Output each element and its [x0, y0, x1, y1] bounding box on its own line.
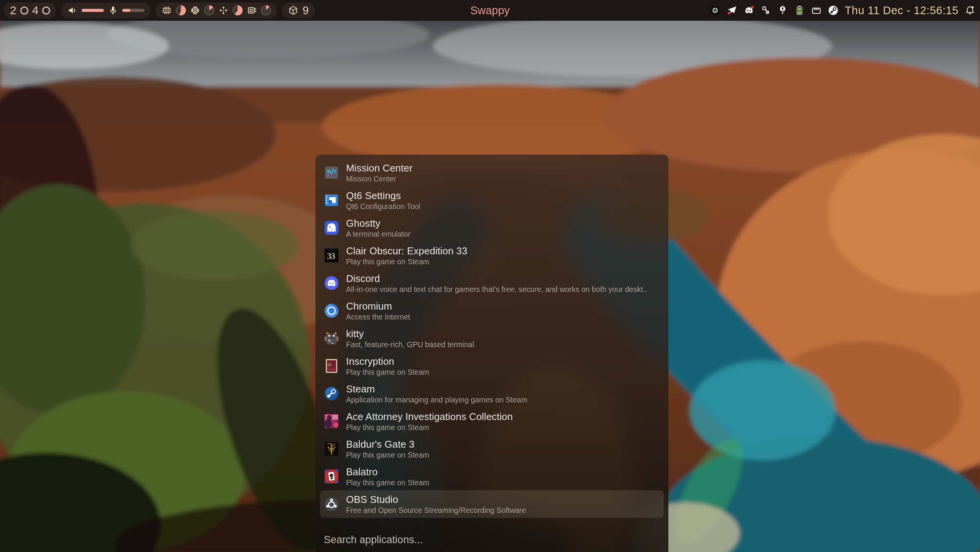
gpu-gamepad-icon	[218, 5, 229, 16]
telegram-icon[interactable]	[727, 5, 737, 16]
app-row[interactable]: Mission Center Mission Center	[320, 159, 664, 186]
clock[interactable]: Thu 11 Dec - 12:56:15	[845, 4, 959, 17]
mic-slider-fill	[122, 9, 130, 12]
app-subtitle: Access the Internet	[346, 312, 410, 322]
workspaces-module[interactable]: 2 4	[4, 2, 56, 18]
app-subtitle: Play this game on Steam	[346, 450, 429, 460]
svg-text:33: 33	[327, 251, 335, 261]
memory-chip-icon	[161, 5, 172, 16]
app-list: Mission Center Mission Center Qt6 Settin…	[320, 159, 664, 518]
workspace-circle-icon[interactable]	[42, 7, 50, 15]
chromium-icon	[324, 303, 339, 318]
desktop: 2 4	[0, 0, 980, 552]
package-box-icon	[288, 5, 299, 16]
app-row[interactable]: Inscryption Play this game on Steam	[320, 352, 664, 380]
cpu-icon	[190, 5, 200, 16]
app-row[interactable]: Ace Attorney Investigations Collection P…	[320, 407, 664, 435]
app-title: Baldur's Gate 3	[346, 438, 429, 450]
inscryption-icon	[324, 358, 339, 374]
app-title: Qt6 Settings	[346, 189, 420, 202]
clair-obscur-icon: 33	[324, 248, 339, 263]
app-subtitle: Play this game on Steam	[346, 478, 429, 488]
discord-icon	[324, 275, 339, 291]
keepassxc-key-icon[interactable]	[760, 5, 771, 16]
ghostty-icon: >_	[324, 220, 339, 236]
app-subtitle: Application for managing and playing gam…	[346, 395, 527, 405]
app-row[interactable]: OBS Studio Free and Open Source Streamin…	[320, 490, 664, 518]
ram-gauge	[261, 5, 271, 15]
updates-module[interactable]: 9	[282, 2, 315, 18]
app-subtitle: Fast, feature-rich, GPU based terminal	[346, 340, 474, 349]
cpu-gauge	[204, 5, 214, 15]
app-row[interactable]: Discord All-in-one voice and text chat f…	[320, 269, 664, 297]
qt6-settings-icon	[324, 193, 339, 208]
svg-text:>_: >_	[328, 338, 334, 344]
baldurs-gate-3-icon	[324, 441, 339, 456]
app-launcher-panel: Mission Center Mission Center Qt6 Settin…	[315, 155, 668, 552]
app-row[interactable]: >_ Ghostty A terminal emulator	[320, 214, 664, 242]
steam-icon	[324, 386, 339, 401]
app-row[interactable]: Steam Application for managing and playi…	[320, 380, 664, 407]
app-subtitle: Play this game on Steam	[346, 257, 467, 267]
workspace-circle-icon[interactable]	[20, 7, 28, 15]
volume-slider[interactable]	[82, 9, 104, 12]
app-title: Ghostty	[346, 217, 410, 229]
mission-center-icon	[324, 165, 339, 180]
app-title: Balatro	[346, 466, 429, 478]
app-title: Inscryption	[346, 355, 429, 367]
app-title: Mission Center	[346, 162, 412, 174]
app-subtitle: Play this game on Steam	[346, 423, 513, 432]
keyring-icon[interactable]	[777, 5, 788, 16]
app-row[interactable]: 33 Clair Obscur: Expedition 33 Play this…	[320, 242, 664, 269]
top-bar: 2 4	[0, 0, 980, 21]
app-subtitle: A terminal emulator	[346, 229, 410, 239]
system-stats-module	[155, 2, 277, 18]
app-title: Ace Attorney Investigations Collection	[346, 410, 513, 423]
app-title: Clair Obscur: Expedition 33	[346, 245, 467, 257]
volume-slider-fill	[82, 9, 104, 12]
ace-attorney-icon	[324, 414, 339, 429]
app-subtitle: Free and Open Source Streaming/Recording…	[346, 506, 526, 515]
speaker-icon[interactable]	[67, 5, 78, 16]
battery-icon[interactable]	[794, 5, 805, 16]
app-title: Discord	[346, 272, 647, 285]
workspace-number[interactable]: 4	[32, 5, 39, 16]
app-title: OBS Studio	[346, 493, 526, 506]
app-row[interactable]: Baldur's Gate 3 Play this game on Steam	[320, 435, 664, 463]
app-subtitle: All-in-one voice and text chat for gamer…	[346, 285, 647, 294]
app-title: kitty	[346, 328, 474, 340]
app-subtitle: Mission Center	[346, 174, 412, 184]
memory-gauge	[176, 5, 186, 15]
app-title: Steam	[346, 383, 527, 395]
svg-text:>_: >_	[329, 225, 334, 229]
steelseries-icon[interactable]	[710, 5, 721, 16]
mic-slider[interactable]	[122, 9, 144, 12]
search-bar	[324, 534, 660, 546]
bell-icon[interactable]	[965, 5, 975, 16]
app-subtitle: Qt6 Configuration Tool	[346, 202, 420, 211]
search-input[interactable]	[324, 534, 660, 546]
app-subtitle: Play this game on Steam	[346, 367, 429, 377]
discord-tray-icon[interactable]	[744, 5, 754, 16]
app-row[interactable]: Qt6 Settings Qt6 Configuration Tool	[320, 186, 664, 214]
kitty-icon: >_	[324, 331, 339, 346]
app-row[interactable]: >_ kitty Fast, feature-rich, GPU based t…	[320, 325, 664, 352]
steam-tray-icon[interactable]	[828, 5, 839, 16]
app-row[interactable]: Chromium Access the Internet	[320, 297, 664, 325]
workspace-number[interactable]: 2	[10, 5, 16, 16]
app-row[interactable]: Balatro Play this game on Steam	[320, 463, 664, 490]
audio-module	[61, 2, 151, 18]
balatro-icon	[324, 469, 339, 484]
obs-studio-icon	[324, 496, 339, 512]
port-icon[interactable]	[811, 5, 822, 16]
bar-left-modules: 2 4	[4, 2, 315, 18]
bar-right-modules: Thu 11 Dec - 12:56:15	[710, 4, 975, 17]
updates-count: 9	[302, 5, 309, 16]
gpu-gauge	[233, 5, 243, 15]
app-title: Chromium	[346, 300, 410, 312]
microphone-icon[interactable]	[108, 5, 118, 16]
ram-stick-icon	[246, 5, 257, 16]
